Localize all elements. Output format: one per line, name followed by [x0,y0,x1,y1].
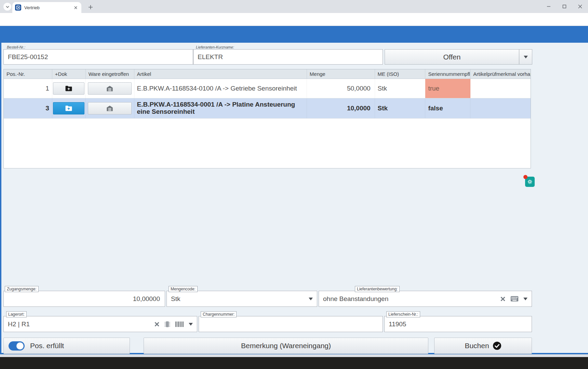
mengencode-dropdown[interactable]: Stk [166,291,317,307]
zugangsmenge-label: Zugangsmenge: [5,286,39,292]
lieferantenbewertung-label: Lieferantenbewertung: [355,286,400,292]
clear-icon[interactable] [500,296,506,302]
col-pruef: Artikelprüfmerkmal vorhanden [470,69,531,79]
row-menge: 50,0000 [307,79,375,98]
row-seriennummernpflicht: true [425,79,470,98]
table-header: Pos.-Nr. +Dok Ware eingetroffen Artikel … [4,69,531,79]
lieferant-value: ELEKTR [198,53,223,61]
pos-erfuellt-toggle[interactable] [9,341,25,351]
chevron-down-icon[interactable] [189,323,193,326]
row-artikel: E.B.PKW.A-1168534-0100 /A -> Getriebe Se… [134,79,307,98]
bestellnr-label: Bestell-Nr.: [7,45,25,49]
chevron-down-icon[interactable] [523,298,527,300]
close-icon [578,4,582,9]
add-document-button[interactable] [53,82,84,95]
status-dropdown[interactable]: Offen [385,49,532,65]
row-ware-cell [86,79,134,98]
status-value: Offen [385,53,519,61]
lieferantenbewertung-value: ohne Beanstandungen [319,295,500,303]
browser-tabstrip: Vertrieb [0,0,588,13]
zugangsmenge-value: 10,00000 [4,295,165,303]
col-artikel: Artikel [134,69,307,79]
lagerort-field[interactable]: H2 | R1 [3,316,197,332]
bestellnr-field[interactable]: FBE25-00152 [3,49,193,65]
row-pruefmerkmal [470,79,531,98]
zugangsmenge-field[interactable]: 10,00000 [3,291,165,307]
new-tab-button[interactable] [86,3,95,12]
minimize-icon [547,4,551,9]
row-dok-cell [52,79,86,98]
table-row-selected[interactable]: 3 E.B.PKW.A-1168534-0001 /A -> Platine A… [4,98,531,119]
col-dok: +Dok [52,69,86,79]
lagerort-label: Lagerort: [6,311,27,317]
row-pruefmerkmal [470,98,531,118]
col-pos: Pos.-Nr. [4,69,52,79]
browser-tab[interactable]: Vertrieb [12,2,81,13]
screen: Vertrieb vertrieb.m.prodat-erp.de [0,0,588,369]
bemerkung-label: Bemerkung (Wareneingang) [241,342,331,350]
chargennummer-label: Chargennummer: [201,311,237,317]
positions-table: Pos.-Nr. +Dok Ware eingetroffen Artikel … [3,69,531,168]
pos-erfuellt-label: Pos. erfüllt [30,342,64,350]
window-close-button[interactable] [572,0,588,13]
row-artikel: E.B.PKW.A-1168534-0001 /A -> Platine Ans… [134,98,307,118]
add-document-button[interactable] [53,102,84,114]
prodat-favicon-icon [15,4,21,11]
row-me: Stk [375,79,426,98]
maximize-icon [562,4,566,9]
lagerort-value: H2 | R1 [4,320,154,328]
row-ware-cell [86,98,134,118]
warehouse-icon [106,85,113,92]
tab-close-icon[interactable] [73,5,79,11]
bemerkung-button[interactable]: Bemerkung (Wareneingang) [144,338,428,354]
overlay-notification-badge[interactable] [525,177,535,187]
buchen-label: Buchen [465,342,489,350]
status-dropdown-arrow[interactable] [519,50,532,64]
lieferschein-field[interactable]: 11905 [384,316,532,332]
gear-icon [527,179,533,184]
barcode-icon[interactable] [175,321,184,327]
col-menge: Menge [307,69,375,79]
folder-plus-icon [65,85,72,92]
buchen-button[interactable]: Buchen [434,338,532,354]
windows-taskbar: p2017srv.prodat-sql.d... mobile (Channel… [0,357,588,369]
lieferant-field[interactable]: ELEKTR [193,49,383,65]
folder-plus-icon [65,105,72,111]
mengencode-value: Stk [167,295,309,303]
col-me: ME (ISO) [375,69,426,79]
chargennummer-field[interactable] [199,316,383,332]
lieferantenbewertung-field[interactable]: ohne Beanstandungen [319,291,532,307]
app-header: Lagerbewegungen(E) PRODAT [0,26,588,43]
pos-erfuellt-panel[interactable]: Pos. erfüllt [3,338,130,354]
tab-title: Vertrieb [24,5,73,10]
chevron-down-icon[interactable] [309,298,313,300]
toggle-knob [16,342,24,350]
window-maximize-button[interactable] [557,0,572,13]
lieferschein-value: 11905 [385,320,532,328]
check-circle-icon [493,341,502,350]
clear-icon[interactable] [154,322,160,327]
window-controls [541,0,588,13]
plus-icon [88,5,93,10]
ware-eingetroffen-button[interactable] [88,82,132,95]
table-row[interactable]: 1 E.B.PKW.A-1168534-0100 /A -> Getriebe … [4,79,531,98]
row-me: Stk [375,98,426,118]
warehouse-icon [106,105,113,112]
row-pos: 1 [4,79,52,98]
row-pos: 3 [4,98,52,118]
ware-eingetroffen-button[interactable] [88,102,132,114]
bestellnr-value: FBE25-00152 [8,53,48,61]
row-dok-cell [52,98,86,118]
lieferschein-label: Lieferschein-Nr.: [386,311,420,317]
keyboard-icon[interactable] [510,296,519,302]
chevron-down-icon [524,56,528,58]
browser-toolbar: vertrieb.m.prodat-erp.de:8093 S [0,13,588,26]
row-seriennummernpflicht: false [425,98,470,118]
row-menge: 10,0000 [307,98,375,118]
tab-search-button[interactable] [3,3,11,11]
notification-dot [523,175,527,179]
window-minimize-button[interactable] [541,0,557,13]
rfid-chip-icon[interactable] [164,320,170,328]
lieferant-label: Lieferanten-Kurzname: [196,45,234,49]
chevron-down-icon [5,5,10,9]
